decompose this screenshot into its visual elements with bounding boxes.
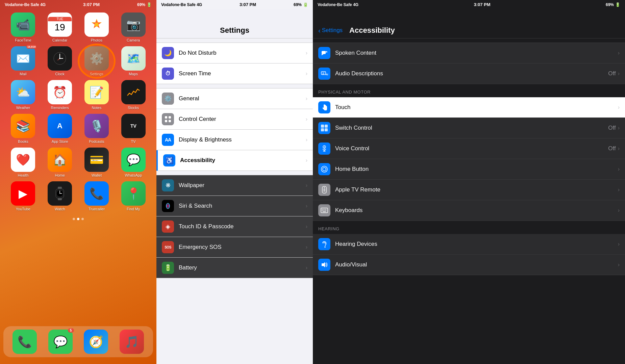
- svg-marker-27: [322, 54, 324, 55]
- app-facetime[interactable]: 📹 FaceTime: [7, 12, 40, 42]
- app-youtube[interactable]: ▶ YouTube: [7, 181, 40, 211]
- youtube-icon: ▶: [11, 181, 35, 206]
- clock-icon: [48, 46, 72, 71]
- acc-item-hearing-devices[interactable]: Hearing Devices ›: [313, 234, 625, 255]
- dock-safari[interactable]: 🧭: [84, 330, 108, 354]
- app-clock[interactable]: Clock: [44, 46, 76, 76]
- camera-label: Camera: [127, 38, 140, 42]
- settings-item-general[interactable]: ⚙️ General ›: [156, 88, 313, 109]
- settings-section-1: 🌙 Do Not Disturb › ⏱ Screen Time ›: [156, 43, 313, 84]
- mail-label: Mail: [20, 72, 26, 76]
- app-notes[interactable]: 📝 Notes: [80, 80, 113, 110]
- acc-item-home-button[interactable]: Home Button ›: [313, 159, 625, 180]
- app-home[interactable]: 🏠 Home: [44, 148, 76, 177]
- settings-item-do-not-disturb[interactable]: 🌙 Do Not Disturb ›: [156, 43, 313, 63]
- youtube-label: YouTube: [16, 207, 30, 211]
- app-calendar[interactable]: TUE 19 Calendar: [44, 12, 76, 42]
- svg-rect-12: [58, 187, 62, 189]
- keyboards-label: Keyboards: [335, 207, 618, 214]
- settings-item-siri[interactable]: Siri & Search ›: [156, 196, 313, 216]
- photos-icon: [84, 12, 109, 37]
- acc-item-keyboards[interactable]: Keyboards ›: [313, 200, 625, 221]
- app-settings[interactable]: ⚙️ Settings: [80, 46, 113, 76]
- phone-icon: 📞: [12, 330, 37, 354]
- control-center-icon: [162, 113, 174, 125]
- settings-item-battery[interactable]: 🔋 Battery ›: [156, 258, 313, 278]
- settings-item-sos[interactable]: SOS Emergency SOS ›: [156, 237, 313, 258]
- accessibility-title: Accessibility: [349, 26, 395, 35]
- settings-item-touchid[interactable]: ◈ Touch ID & Passcode ›: [156, 216, 313, 237]
- app-appletv[interactable]: TV TV: [117, 114, 150, 144]
- battery-acc: 69%🔋: [606, 2, 620, 7]
- appletv-icon: TV: [121, 114, 146, 138]
- app-findmy[interactable]: 📍 Find My: [117, 181, 150, 211]
- weather-icon: ⛅: [11, 80, 35, 104]
- acc-item-switch-control[interactable]: Switch Control Off ›: [313, 118, 625, 138]
- mail-icon: ✉️ 18,818: [11, 46, 35, 71]
- hearing-devices-icon: [318, 238, 330, 250]
- app-truecaller[interactable]: 📞 Truecaller: [80, 181, 113, 211]
- health-label: Health: [18, 173, 28, 177]
- screen-time-icon: ⏱: [162, 68, 174, 80]
- health-icon: ❤️: [11, 148, 35, 172]
- spoken-content-icon: [318, 47, 330, 59]
- time-home: 3:07 PM: [83, 2, 100, 7]
- app-whatsapp[interactable]: 💬 WhatsApp: [117, 148, 150, 177]
- app-appstore[interactable]: A App Store: [44, 114, 76, 144]
- audio-descriptions-label: Audio Descriptions: [335, 70, 608, 77]
- settings-title: Settings: [162, 26, 307, 35]
- svg-text:A: A: [57, 122, 62, 130]
- acc-item-spoken-content[interactable]: Spoken Content ›: [313, 43, 625, 63]
- app-health[interactable]: ❤️ Health: [7, 148, 40, 177]
- dock-phone[interactable]: 📞: [12, 330, 37, 354]
- back-button[interactable]: ‹ Settings: [318, 27, 343, 34]
- do-not-disturb-icon: 🌙: [162, 47, 174, 59]
- settings-item-screen-time[interactable]: ⏱ Screen Time ›: [156, 63, 313, 84]
- settings-item-wallpaper[interactable]: ❋ Wallpaper ›: [156, 175, 313, 196]
- svg-rect-21: [169, 120, 171, 122]
- dock-music[interactable]: 🎵: [120, 330, 144, 354]
- acc-item-audio-descriptions[interactable]: AD Audio Descriptions Off ›: [313, 63, 625, 84]
- settings-section-2: ⚙️ General › Control Center ›: [156, 88, 313, 171]
- hearing-devices-label: Hearing Devices: [335, 241, 618, 248]
- app-photos[interactable]: Photos: [80, 12, 113, 42]
- svg-point-43: [321, 166, 327, 172]
- audio-descriptions-value: Off: [608, 70, 616, 77]
- accessibility-icon: ♿: [163, 154, 175, 166]
- app-mail[interactable]: ✉️ 18,818 Mail: [7, 46, 40, 76]
- reminders-label: Reminders: [51, 106, 69, 110]
- settings-item-display[interactable]: AA Display & Brightness ›: [156, 130, 313, 150]
- acc-item-audio-visual[interactable]: Audio/Visual ›: [313, 255, 625, 275]
- app-maps[interactable]: 🗺️ Maps: [117, 46, 150, 76]
- acc-item-touch[interactable]: Touch ›: [313, 97, 625, 118]
- voice-control-value: Off: [608, 145, 616, 152]
- dock-messages[interactable]: 💬 5: [48, 330, 73, 354]
- svg-rect-37: [325, 128, 328, 131]
- carrier-settings: Vodafone-Be Safe 4G: [161, 2, 202, 7]
- clock-label: Clock: [55, 72, 65, 76]
- appstore-label: App Store: [52, 139, 68, 144]
- settings-item-control-center[interactable]: Control Center ›: [156, 109, 313, 130]
- chevron-icon: ›: [306, 96, 307, 102]
- physical-motor-header: PHYSICAL AND MOTOR: [313, 84, 625, 97]
- appstore-icon: A: [48, 114, 72, 138]
- app-books[interactable]: 📚 Books: [7, 114, 40, 144]
- settings-item-accessibility[interactable]: ♿ Accessibility ›: [156, 150, 313, 171]
- wallpaper-icon: ❋: [162, 179, 174, 191]
- chevron-icon: ›: [618, 166, 620, 172]
- app-weather[interactable]: ⛅ Weather: [7, 80, 40, 110]
- stocks-label: Stocks: [128, 106, 139, 110]
- app-podcasts[interactable]: 🎙️ Podcasts: [80, 114, 113, 144]
- settings-panel: Vodafone-Be Safe 4G 3:07 PM 69%🔋 Setting…: [156, 0, 313, 364]
- app-wallet[interactable]: 💳 Wallet: [80, 148, 113, 177]
- safari-icon: 🧭: [84, 330, 108, 354]
- notes-icon: 📝: [84, 80, 109, 104]
- app-camera[interactable]: 📷 Camera: [117, 12, 150, 42]
- books-label: Books: [18, 139, 28, 144]
- acc-item-apple-tv-remote[interactable]: Apple TV Remote ›: [313, 180, 625, 200]
- app-reminders[interactable]: ⏰ Reminders: [44, 80, 76, 110]
- app-watch[interactable]: Watch: [44, 181, 76, 211]
- acc-item-voice-control[interactable]: Voice Control Off ›: [313, 138, 625, 159]
- app-stocks[interactable]: Stocks: [117, 80, 150, 110]
- svg-rect-50: [321, 208, 328, 213]
